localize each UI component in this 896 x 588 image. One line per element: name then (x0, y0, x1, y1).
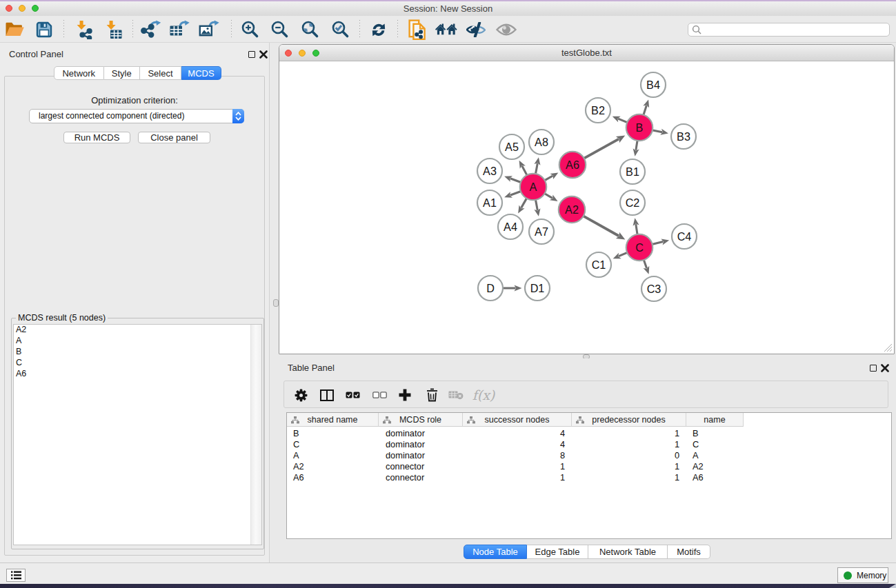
column-header-shared-name[interactable]: shared name (287, 413, 379, 427)
hide-selected-button[interactable] (464, 18, 488, 41)
edge-A-A2[interactable] (545, 194, 552, 198)
table-cell: dominator (379, 450, 463, 461)
unselect-all-columns-button[interactable] (368, 383, 391, 407)
import-network-button[interactable] (72, 18, 95, 41)
select-all-columns-button[interactable] (341, 383, 364, 407)
edge-B-B1[interactable] (636, 141, 637, 150)
optimization-criterion-select[interactable]: largest connected component (directed) (29, 109, 244, 123)
search-input[interactable] (701, 24, 889, 35)
run-mcds-button[interactable]: Run MCDS (63, 132, 130, 143)
zoom-window-button[interactable] (32, 5, 39, 12)
export-table-button[interactable] (168, 18, 191, 41)
table-panel-tabs: Node TableEdge TableNetwork TableMotifs (464, 545, 710, 559)
column-header-successor-nodes[interactable]: successor nodes (463, 413, 572, 427)
table-row[interactable]: Bdominator41B (287, 428, 891, 439)
refresh-layout-button[interactable] (367, 18, 390, 41)
open-session-button[interactable] (3, 18, 26, 41)
delete-table-button[interactable] (444, 383, 468, 407)
tab-motifs[interactable]: Motifs (668, 545, 710, 559)
tab-node-table[interactable]: Node Table (464, 545, 527, 559)
table-row[interactable]: A6connector11A6 (287, 472, 891, 483)
edge-A-A7[interactable] (536, 200, 538, 210)
search-field[interactable] (688, 23, 890, 37)
tab-network-table[interactable]: Network Table (588, 545, 668, 559)
mcds-result-item[interactable]: B (14, 347, 261, 358)
mcds-result-item[interactable]: A2 (14, 325, 261, 336)
status-bar: Memory (0, 562, 896, 584)
zoom-out-button[interactable] (268, 18, 291, 41)
zoom-fit-button[interactable] (298, 18, 321, 41)
edge-A-A4[interactable] (521, 199, 527, 207)
network-canvas[interactable]: AA1A2A3A4A5A6A7A8BB1B2B3B4CC1C2C3C4DD1 (279, 62, 894, 354)
first-neighbors-button[interactable] (435, 18, 458, 41)
combo-arrows[interactable] (232, 109, 244, 123)
table-float-icon[interactable] (870, 365, 877, 372)
edge-A-A5[interactable] (522, 166, 527, 175)
fx-label: f(x) (472, 387, 495, 403)
tab-select[interactable]: Select (140, 66, 181, 80)
edge-B-B4[interactable] (644, 105, 646, 114)
close-panel-button[interactable]: Close panel (138, 132, 210, 143)
column-header-MCDS-role[interactable]: MCDS role (379, 413, 463, 427)
edge-A-A8[interactable] (536, 163, 538, 174)
column-header-predecessor-nodes[interactable]: predecessor nodes (572, 413, 686, 427)
close-window-button[interactable] (6, 5, 12, 12)
create-column-button[interactable] (393, 383, 417, 407)
minimize-window-button[interactable] (19, 5, 26, 12)
table-row[interactable]: Adominator80A (287, 450, 891, 461)
scrollbar-track[interactable] (250, 325, 261, 545)
network-zoom-button[interactable] (312, 50, 319, 57)
edge-C-C3[interactable] (644, 261, 647, 269)
table-cell: dominator (379, 428, 463, 439)
export-image-button[interactable] (197, 18, 221, 41)
delete-column-button[interactable] (420, 383, 444, 407)
node-label-B: B (636, 121, 644, 134)
table-cell: 1 (463, 472, 572, 483)
function-builder-button[interactable]: f(x) (472, 383, 495, 407)
new-network-from-selection-button[interactable] (405, 18, 428, 41)
table-settings-button[interactable] (289, 383, 312, 407)
export-network-button[interactable] (139, 18, 163, 41)
edge-C-C4[interactable] (653, 242, 663, 245)
show-all-button[interactable] (495, 18, 518, 41)
zoom-selected-button[interactable] (328, 18, 352, 41)
network-window-titlebar[interactable]: testGlobe.txt (279, 45, 894, 61)
tab-mcds[interactable]: MCDS (181, 66, 221, 80)
network-close-button[interactable] (285, 50, 292, 57)
close-panel-icon[interactable] (259, 50, 268, 59)
edge-C-C2[interactable] (636, 224, 637, 234)
edge-A-A3[interactable] (510, 179, 521, 182)
table-cell: A2 (287, 461, 379, 472)
mcds-result-item[interactable]: C (14, 358, 261, 369)
edge-B-B2[interactable] (618, 119, 627, 122)
edge-A-A1[interactable] (510, 192, 521, 195)
table-cell: 4 (463, 439, 572, 450)
memory-button[interactable]: Memory (837, 567, 888, 583)
show-column-panel-button[interactable] (315, 383, 339, 407)
edge-A6-B[interactable] (584, 139, 619, 159)
table-row[interactable]: Cdominator41C (287, 439, 891, 450)
save-session-button[interactable] (32, 18, 56, 41)
tab-edge-table[interactable]: Edge Table (527, 545, 588, 559)
edge-C-C1[interactable] (619, 253, 627, 256)
table-close-icon[interactable] (881, 364, 889, 372)
resize-grip-icon[interactable] (884, 343, 893, 352)
network-minimize-button[interactable] (299, 50, 306, 57)
mcds-result-item[interactable]: A6 (14, 369, 261, 380)
mcds-result-item[interactable]: A (14, 336, 261, 347)
column-header-name[interactable]: name (686, 413, 744, 427)
edge-B-B3[interactable] (653, 130, 662, 132)
node-table[interactable]: shared nameMCDS rolesuccessor nodesprede… (286, 412, 892, 539)
mcds-result-list[interactable]: A2ABCA6 (13, 324, 262, 545)
edge-A-A6[interactable] (545, 176, 552, 180)
tab-style[interactable]: Style (104, 66, 141, 80)
show-panels-button[interactable] (6, 569, 26, 582)
vertical-split-handle[interactable] (273, 299, 279, 307)
zoom-in-button[interactable] (238, 18, 261, 41)
float-panel-icon[interactable] (248, 51, 255, 58)
table-row[interactable]: A2connector11A2 (287, 461, 891, 472)
toolbar-separator (63, 20, 64, 39)
tab-network[interactable]: Network (54, 66, 104, 80)
edge-A2-C[interactable] (584, 216, 619, 236)
import-table-button[interactable] (101, 18, 125, 41)
